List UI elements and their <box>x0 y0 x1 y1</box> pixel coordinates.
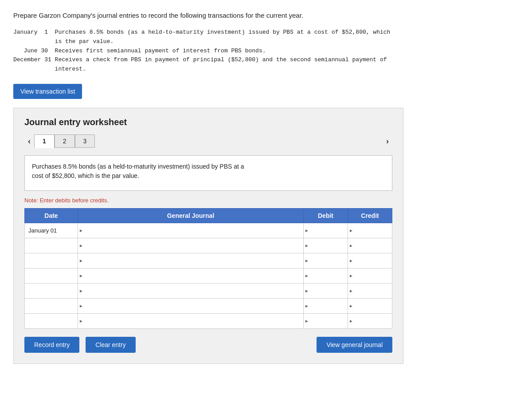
table-row: ► ► ► <box>25 313 392 328</box>
journal-cell-2[interactable]: ► <box>78 238 304 253</box>
journal-input-7[interactable] <box>78 314 303 328</box>
action-buttons-row: Record entry Clear entry View general jo… <box>24 337 392 353</box>
col-header-credit: Credit <box>348 208 392 223</box>
date-cell-7 <box>25 313 78 328</box>
credit-input-6[interactable] <box>348 299 392 313</box>
journal-cell-4[interactable]: ► <box>78 268 304 283</box>
tab-prev-arrow[interactable]: ‹ <box>24 135 34 148</box>
debit-input-1[interactable] <box>304 223 348 238</box>
date-value-1: January 01 <box>28 227 57 234</box>
journal-input-1[interactable] <box>78 223 303 238</box>
date-cell-5 <box>25 283 78 298</box>
tabs-navigation: ‹ 1 2 3 › <box>24 134 392 148</box>
worksheet-container: Journal entry worksheet ‹ 1 2 3 › Purcha… <box>13 108 403 364</box>
debit-cell-4[interactable]: ► <box>304 268 348 283</box>
col-header-date: Date <box>25 208 78 223</box>
journal-cell-1[interactable]: ► <box>78 223 304 238</box>
debit-cell-7[interactable]: ► <box>304 313 348 328</box>
debit-cell-5[interactable]: ► <box>304 283 348 298</box>
description-text: Purchases 8.5% bonds (as a held-to-matur… <box>32 163 244 179</box>
credit-cell-6[interactable]: ► <box>348 298 392 313</box>
credit-cell-7[interactable]: ► <box>348 313 392 328</box>
view-general-journal-button[interactable]: View general journal <box>317 337 392 353</box>
col-header-journal: General Journal <box>78 208 304 223</box>
credit-cell-1[interactable]: ► <box>348 223 392 238</box>
debit-input-5[interactable] <box>304 284 348 298</box>
worksheet-title: Journal entry worksheet <box>24 117 392 127</box>
table-row: ► ► ► <box>25 253 392 268</box>
journal-input-4[interactable] <box>78 268 303 283</box>
debit-cell-2[interactable]: ► <box>304 238 348 253</box>
debit-input-2[interactable] <box>304 238 348 253</box>
journal-table: Date General Journal Debit Credit Januar… <box>24 208 392 329</box>
date-cell-4 <box>25 268 78 283</box>
table-row: ► ► ► <box>25 298 392 313</box>
tab-3[interactable]: 3 <box>75 134 95 148</box>
credit-input-1[interactable] <box>348 223 392 238</box>
debit-cell-6[interactable]: ► <box>304 298 348 313</box>
date-cell-6 <box>25 298 78 313</box>
debit-cell-3[interactable]: ► <box>304 253 348 268</box>
journal-cell-6[interactable]: ► <box>78 298 304 313</box>
debit-cell-1[interactable]: ► <box>304 223 348 238</box>
journal-input-5[interactable] <box>78 284 303 298</box>
tab-next-arrow[interactable]: › <box>383 135 392 148</box>
date-cell-3 <box>25 253 78 268</box>
view-transaction-list-button[interactable]: View transaction list <box>13 84 82 99</box>
table-row: ► ► ► <box>25 238 392 253</box>
journal-input-3[interactable] <box>78 253 303 268</box>
debit-input-7[interactable] <box>304 314 348 328</box>
credit-cell-2[interactable]: ► <box>348 238 392 253</box>
credit-cell-5[interactable]: ► <box>348 283 392 298</box>
debit-input-3[interactable] <box>304 253 348 268</box>
tab-2[interactable]: 2 <box>55 134 75 148</box>
journal-cell-5[interactable]: ► <box>78 283 304 298</box>
date-cell-1: January 01 <box>25 223 78 238</box>
credit-input-7[interactable] <box>348 314 392 328</box>
table-row: January 01 ► ► ► <box>25 223 392 238</box>
table-row: ► ► ► <box>25 283 392 298</box>
journal-input-2[interactable] <box>78 238 303 253</box>
credit-cell-3[interactable]: ► <box>348 253 392 268</box>
journal-cell-3[interactable]: ► <box>78 253 304 268</box>
clear-entry-button[interactable]: Clear entry <box>86 337 135 353</box>
credit-input-2[interactable] <box>348 238 392 253</box>
table-row: ► ► ► <box>25 268 392 283</box>
credit-input-4[interactable] <box>348 268 392 283</box>
note-text: Note: Enter debits before credits. <box>24 197 392 204</box>
col-header-debit: Debit <box>304 208 348 223</box>
page-title: Prepare Garzon Company's journal entries… <box>13 11 519 20</box>
credit-input-3[interactable] <box>348 253 392 268</box>
journal-cell-7[interactable]: ► <box>78 313 304 328</box>
debit-input-4[interactable] <box>304 268 348 283</box>
credit-cell-4[interactable]: ► <box>348 268 392 283</box>
date-cell-2 <box>25 238 78 253</box>
transaction-description: Purchases 8.5% bonds (as a held-to-matur… <box>24 155 392 191</box>
record-entry-button[interactable]: Record entry <box>24 337 79 353</box>
credit-input-5[interactable] <box>348 284 392 298</box>
journal-input-6[interactable] <box>78 299 303 313</box>
tab-1[interactable]: 1 <box>34 134 55 148</box>
debit-input-6[interactable] <box>304 299 348 313</box>
transactions-block: January 1 Purchases 8.5% bonds (as a hel… <box>13 28 519 74</box>
